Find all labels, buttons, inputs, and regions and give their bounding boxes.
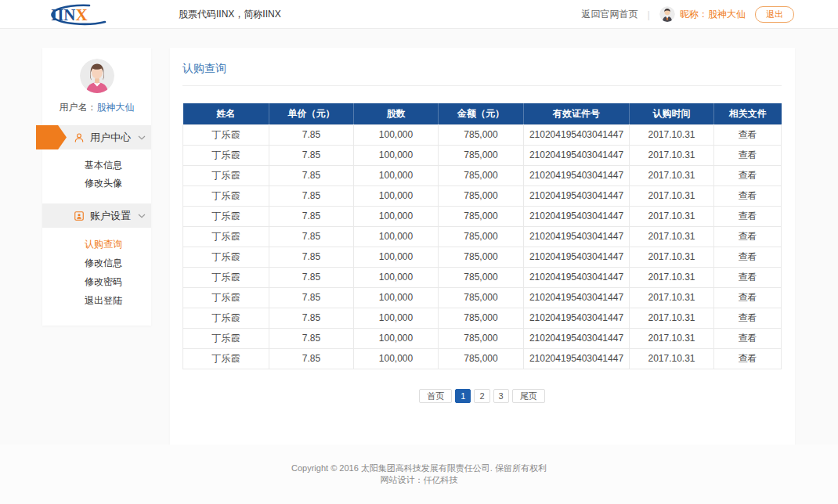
view-link[interactable]: 查看 [739, 292, 757, 303]
id-number-cell: 210204195403041447 [524, 145, 630, 165]
shares-cell: 100,000 [354, 287, 439, 308]
topbar: IINX 股票代码IINX，简称IINX 返回官网首页 | 昵称：股神大仙 退出 [0, 0, 838, 29]
account-badge-icon [74, 211, 85, 221]
subscribe-time-cell: 2017.10.31 [630, 165, 714, 185]
view-link[interactable]: 查看 [739, 149, 757, 160]
subscription-table: 姓名单价（元）股数金额（元）有效证件号认购时间相关文件 丁乐霞7.85100,0… [182, 103, 782, 369]
chevron-down-icon [138, 214, 146, 218]
unit-price-cell: 7.85 [269, 185, 354, 206]
amount-cell: 785,000 [439, 206, 524, 226]
page-2-button[interactable]: 2 [474, 389, 489, 403]
file-cell: 查看 [714, 226, 782, 247]
view-link[interactable]: 查看 [739, 333, 757, 344]
logo-text-orange: X [76, 5, 88, 24]
table-header-cell: 股数 [354, 103, 439, 124]
user-avatar-small-icon [659, 6, 675, 22]
sidebar-group-user-center[interactable]: 用户中心 [42, 125, 151, 149]
amount-cell: 785,000 [439, 185, 524, 206]
id-number-cell: 210204195403041447 [524, 226, 630, 247]
table-header-cell: 有效证件号 [524, 103, 630, 124]
name-cell: 丁乐霞 [183, 247, 269, 267]
topbar-divider: | [648, 9, 650, 20]
sidebar-item-logout[interactable]: 退出登陆 [42, 291, 151, 310]
stock-code-subtitle: 股票代码IINX，简称IINX [179, 8, 281, 21]
shares-cell: 100,000 [354, 308, 439, 328]
sidebar-item-change-info[interactable]: 修改信息 [42, 254, 151, 272]
amount-cell: 785,000 [439, 308, 524, 328]
id-number-cell: 210204195403041447 [524, 124, 630, 145]
amount-cell: 785,000 [439, 165, 524, 185]
nickname-area: 昵称：股神大仙 [659, 6, 746, 22]
table-header-cell: 单价（元） [269, 103, 354, 124]
unit-price-cell: 7.85 [269, 226, 354, 247]
subscribe-time-cell: 2017.10.31 [630, 247, 714, 267]
shares-cell: 100,000 [354, 348, 439, 369]
sidebar-item-change-password[interactable]: 修改密码 [42, 272, 151, 291]
first-page-button[interactable]: 首页 [419, 389, 452, 403]
view-link[interactable]: 查看 [739, 312, 757, 323]
view-link[interactable]: 查看 [739, 170, 757, 181]
view-link[interactable]: 查看 [739, 353, 757, 364]
view-link[interactable]: 查看 [739, 272, 757, 283]
username: 用户名：股神大仙 [42, 101, 151, 114]
amount-cell: 785,000 [439, 267, 524, 287]
sidebar-group-account-settings[interactable]: 账户设置 [42, 203, 151, 228]
subscribe-time-cell: 2017.10.31 [630, 308, 714, 328]
account-settings-submenu: 认购查询 修改信息 修改密码 退出登陆 [42, 228, 151, 313]
sidebar-group-label: 用户中心 [90, 131, 131, 145]
view-link[interactable]: 查看 [739, 231, 757, 242]
logo-text-blue: IIN [51, 5, 76, 24]
id-number-cell: 210204195403041447 [524, 267, 630, 287]
shares-cell: 100,000 [354, 145, 439, 165]
table-row: 丁乐霞7.85100,000785,0002102041954030414472… [183, 328, 782, 348]
view-link[interactable]: 查看 [739, 129, 757, 140]
page-3-button[interactable]: 3 [493, 389, 509, 403]
sidebar-item-change-avatar[interactable]: 修改头像 [42, 175, 151, 193]
id-number-cell: 210204195403041447 [524, 287, 630, 308]
unit-price-cell: 7.85 [269, 206, 354, 226]
chevron-down-icon [138, 135, 146, 140]
id-number-cell: 210204195403041447 [524, 348, 630, 369]
avatar-wrap [42, 59, 151, 93]
unit-price-cell: 7.85 [269, 165, 354, 185]
unit-price-cell: 7.85 [269, 124, 354, 145]
amount-cell: 785,000 [439, 124, 524, 145]
shares-cell: 100,000 [354, 206, 439, 226]
sidebar-item-basic-info[interactable]: 基本信息 [42, 157, 151, 175]
amount-cell: 785,000 [439, 328, 524, 348]
view-link[interactable]: 查看 [739, 211, 757, 221]
table-row: 丁乐霞7.85100,000785,0002102041954030414472… [183, 206, 782, 226]
shares-cell: 100,000 [354, 165, 439, 185]
id-number-cell: 210204195403041447 [524, 185, 630, 206]
subscribe-time-cell: 2017.10.31 [630, 267, 714, 287]
user-avatar-large-icon [80, 59, 114, 93]
table-row: 丁乐霞7.85100,000785,0002102041954030414472… [183, 308, 782, 328]
page-1-button[interactable]: 1 [455, 389, 471, 403]
table-row: 丁乐霞7.85100,000785,0002102041954030414472… [183, 287, 782, 308]
shares-cell: 100,000 [354, 247, 439, 267]
view-link[interactable]: 查看 [739, 251, 757, 262]
sidebar-item-subscription-query[interactable]: 认购查询 [42, 235, 151, 254]
subscribe-time-cell: 2017.10.31 [630, 206, 714, 226]
view-link[interactable]: 查看 [739, 190, 757, 201]
logo[interactable]: IINX [38, 2, 113, 26]
id-number-cell: 210204195403041447 [524, 206, 630, 226]
last-page-button[interactable]: 尾页 [512, 389, 545, 403]
name-cell: 丁乐霞 [183, 145, 269, 165]
main-card: 认购查询 姓名单价（元）股数金额（元）有效证件号认购时间相关文件 丁乐霞7.85… [170, 48, 795, 445]
unit-price-cell: 7.85 [269, 287, 354, 308]
subscribe-time-cell: 2017.10.31 [630, 287, 714, 308]
file-cell: 查看 [714, 267, 782, 287]
table-row: 丁乐霞7.85100,000785,0002102041954030414472… [183, 226, 782, 247]
logo-swoosh-icon: IINX [38, 2, 113, 26]
subscribe-time-cell: 2017.10.31 [630, 328, 714, 348]
id-number-cell: 210204195403041447 [524, 328, 630, 348]
home-link[interactable]: 返回官网首页 [582, 8, 638, 21]
unit-price-cell: 7.85 [269, 267, 354, 287]
file-cell: 查看 [714, 206, 782, 226]
shares-cell: 100,000 [354, 328, 439, 348]
table-body: 丁乐霞7.85100,000785,0002102041954030414472… [183, 124, 782, 369]
file-cell: 查看 [714, 348, 782, 369]
nickname-text: 昵称：股神大仙 [680, 8, 746, 21]
logout-button[interactable]: 退出 [755, 6, 794, 23]
